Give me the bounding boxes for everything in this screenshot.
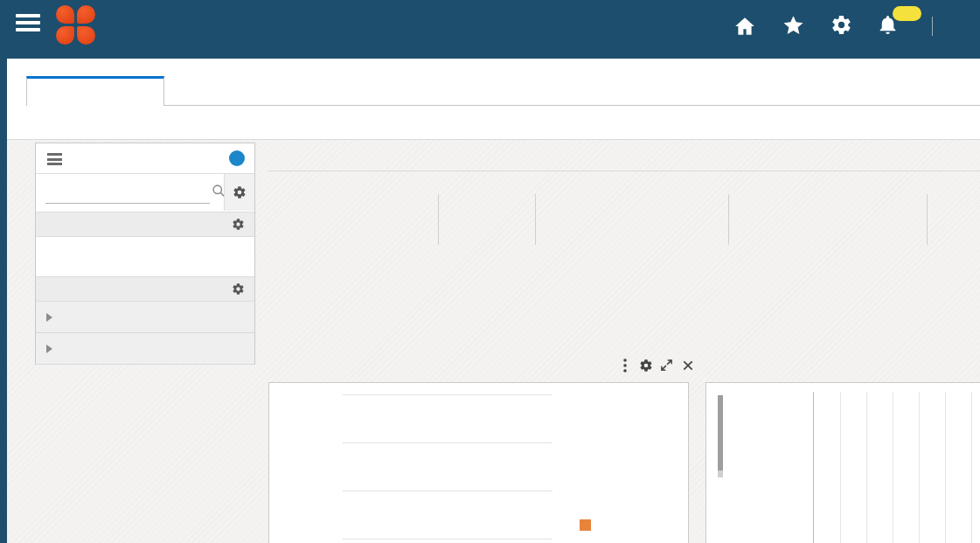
chevron-right-icon: [46, 313, 52, 322]
metric-credit-memo: [580, 276, 808, 282]
gridline: [343, 539, 553, 540]
refinements-search-row: [36, 174, 254, 212]
metric-divider: [438, 194, 439, 245]
metric-past-due-balance: [740, 194, 914, 199]
metric-ledgers: [329, 194, 434, 199]
enginatics-logo-icon[interactable]: [56, 5, 96, 47]
refinements-toolbar: [36, 143, 254, 174]
notification-count-badge: [893, 6, 921, 21]
gridline: [945, 392, 946, 543]
top-navbar: [0, 0, 980, 59]
chart-gear-icon[interactable]: [638, 358, 653, 372]
legend-item-vision-operations[interactable]: [580, 519, 598, 531]
left-edge-strip: [0, 59, 7, 543]
dashboard-root: [0, 0, 980, 543]
settings-gear-icon[interactable]: [831, 14, 853, 37]
metric-currency: [442, 194, 530, 199]
home-icon[interactable]: [733, 15, 756, 38]
no-filters-text: [36, 237, 254, 276]
metric-divider: [535, 194, 536, 245]
refinement-group-transaction[interactable]: [36, 333, 254, 365]
metric-divider: [728, 194, 729, 245]
refinements-panel: [35, 143, 255, 365]
chart-scrollbar-track: [718, 470, 723, 477]
gridline: [919, 392, 920, 543]
metric-divider: [927, 194, 928, 245]
tab-underline: [164, 105, 980, 106]
aging-chart-canvas: [268, 382, 689, 543]
search-input[interactable]: [45, 181, 210, 204]
chevron-right-icon: [46, 345, 52, 353]
selected-refinements-gear-icon[interactable]: [232, 218, 245, 231]
section-divider: [268, 171, 980, 171]
gridline: [866, 392, 867, 543]
metric-outstanding-balance: [544, 194, 719, 199]
menu-hamburger-icon[interactable]: [16, 14, 40, 31]
info-icon[interactable]: [229, 150, 245, 166]
selected-refinements-header: [36, 212, 254, 237]
gridline: [893, 392, 893, 543]
gridline: [343, 442, 553, 443]
nav-divider: [932, 17, 933, 36]
chart-scrollbar[interactable]: [718, 395, 723, 470]
legend-swatch: [580, 519, 591, 531]
kebab-menu-icon[interactable]: [617, 358, 632, 372]
available-refinements-header: [36, 276, 254, 302]
gridline: [343, 394, 553, 395]
value-axis-line: [813, 392, 814, 543]
star-icon[interactable]: [782, 14, 804, 37]
search-gear-button[interactable]: [224, 174, 254, 211]
gridline: [840, 392, 841, 543]
metric-current-clipped: [942, 194, 980, 199]
aging-chart-toolbar: [617, 358, 695, 372]
tab-outstanding-receivables[interactable]: [26, 76, 164, 106]
maximize-icon[interactable]: [659, 358, 674, 372]
gridline: [343, 491, 553, 491]
available-refinements-gear-icon[interactable]: [232, 282, 245, 296]
gridline: [971, 392, 972, 543]
customers-chart-canvas: [705, 382, 980, 543]
refinement-group-customer[interactable]: [36, 302, 254, 333]
close-icon[interactable]: [680, 358, 695, 372]
panel-list-icon[interactable]: [47, 153, 62, 168]
